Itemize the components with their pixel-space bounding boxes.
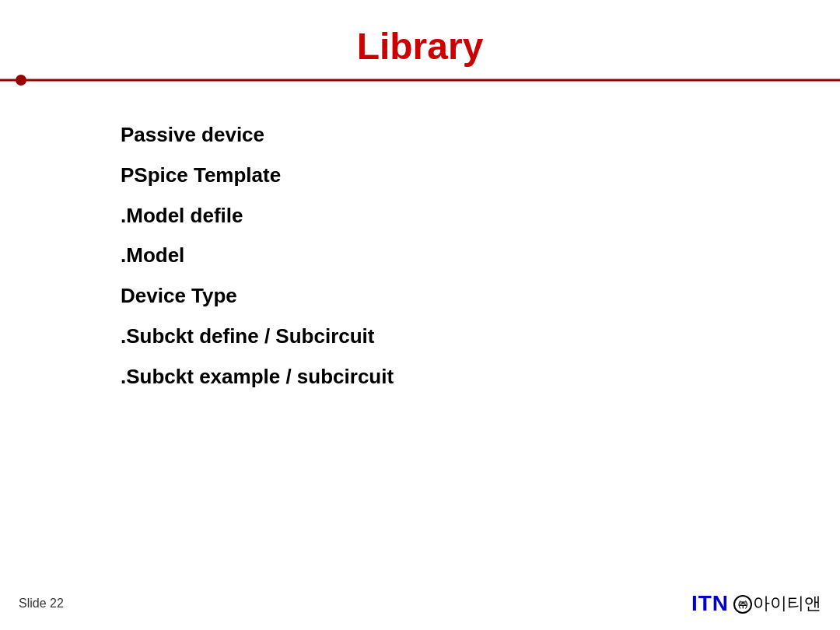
logo-korean-text: 아이티앤 xyxy=(753,593,821,613)
divider-line xyxy=(0,77,840,83)
slide-container: Library Passive device PSpice Template .… xyxy=(0,0,840,630)
slide-number: Slide 22 xyxy=(19,597,64,611)
company-logo: ITN ㈜아이티앤 xyxy=(691,591,821,616)
list-item-5: Device Type xyxy=(121,283,840,310)
slide-title: Library xyxy=(0,25,840,68)
logo-circle-char: ㈜아이티앤 xyxy=(733,592,821,615)
content-section: Passive device PSpice Template .Model de… xyxy=(0,83,840,390)
divider-rule xyxy=(0,79,840,82)
divider-dot xyxy=(16,75,26,86)
title-section: Library xyxy=(0,0,840,68)
list-item-3: .Model defile xyxy=(121,203,840,229)
list-item-2: PSpice Template xyxy=(121,163,840,189)
list-item-7: .Subckt example / subcircuit xyxy=(121,364,840,390)
list-item-4: .Model xyxy=(121,243,840,269)
logo-itn-text: ITN xyxy=(691,591,729,616)
list-item-6: .Subckt define / Subcircuit xyxy=(121,324,840,350)
footer: Slide 22 ITN ㈜아이티앤 xyxy=(0,591,840,616)
list-item-1: Passive device xyxy=(121,122,840,149)
